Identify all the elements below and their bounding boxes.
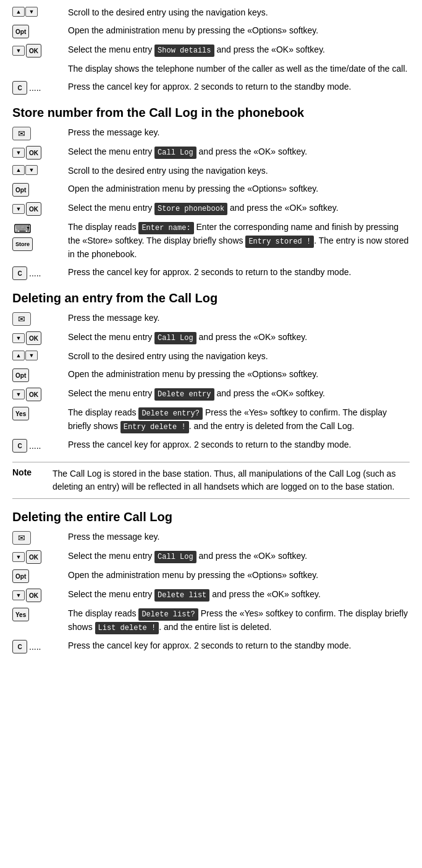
cancel-text: Press the cancel key for approx. 2 secon…	[68, 266, 410, 279]
down-ok-icon: ▼ OK	[12, 202, 41, 216]
down-arrow-icon: ▼	[12, 552, 25, 562]
ok-button-icon: OK	[26, 44, 41, 57]
down-ok-icon: ▼ OK	[12, 146, 41, 160]
message-key-icon: ✉	[12, 531, 31, 545]
scroll-text: Scroll to the desired entry using the na…	[68, 350, 410, 363]
delete-list-q-kbd: Delete list?	[138, 608, 198, 621]
ok-button-icon: OK	[26, 202, 41, 216]
opt-text: Open the administration menu by pressing…	[68, 182, 410, 195]
dots-icon: .....	[29, 642, 41, 652]
up-arrow-icon: ▲	[12, 165, 25, 175]
icon-col: ▲ ▼	[12, 350, 68, 360]
opt-text: Open the administration menu by pressing…	[68, 24, 410, 37]
call-log-text: Select the menu entry Call Log and press…	[68, 331, 410, 344]
opt-button-icon: Opt	[12, 368, 29, 382]
icon-col	[12, 62, 68, 63]
store-phonebook-text: Select the menu entry Store phonebook an…	[68, 202, 410, 215]
icon-col: Yes	[12, 607, 68, 621]
row-delete-confirm: Yes The display reads Delete entry? Pres…	[12, 406, 410, 433]
row-delete-entry: ▼ OK Select the menu entry Delete entry …	[12, 387, 410, 401]
row-enter-name: ⌨ Store The display reads Enter name: En…	[12, 221, 410, 261]
cancel-button-icon: C	[12, 81, 27, 95]
icon-col: ▼ OK	[12, 387, 68, 401]
row-opt-2: Opt Open the administration menu by pres…	[12, 182, 410, 197]
row-cancel-4: C ..... Press the cancel key for approx.…	[12, 639, 410, 653]
down-arrow-icon: ▼	[25, 7, 38, 17]
up-down-arrows-icon: ▲ ▼	[12, 351, 38, 360]
row-call-log-2: ▼ OK Select the menu entry Call Log and …	[12, 331, 410, 345]
row-opt-3: Opt Open the administration menu by pres…	[12, 368, 410, 382]
down-arrow-icon: ▼	[12, 590, 25, 600]
call-log-kbd: Call Log	[154, 147, 196, 159]
icon-col: ▼ OK	[12, 588, 68, 602]
icon-col: ▼ OK	[12, 43, 68, 57]
icon-col: C .....	[12, 639, 68, 653]
icon-col: C .....	[12, 438, 68, 453]
icon-col: ✉	[12, 126, 68, 140]
cancel-dots-icon: C .....	[12, 266, 41, 280]
call-log-text: Select the menu entry Call Log and press…	[68, 145, 410, 159]
note-label: Note	[12, 467, 43, 493]
down-arrow-icon: ▼	[12, 204, 25, 214]
note-box: Note The Call Log is stored in the base …	[12, 462, 410, 499]
row-opt-4: Opt Open the administration menu by pres…	[12, 569, 410, 583]
delete-entry-section: Deleting an entry from the Call Log ✉ Pr…	[12, 291, 410, 453]
dots-icon: .....	[29, 268, 41, 278]
row-msg-1: ✉ Press the message key.	[12, 126, 410, 140]
yes-button-icon: Yes	[12, 608, 29, 621]
msg-text: Press the message key.	[68, 530, 410, 543]
icon-col: C .....	[12, 80, 68, 95]
down-arrow-icon: ▼	[12, 333, 25, 343]
down-arrow-icon: ▼	[12, 46, 25, 56]
icon-col: ▼ OK	[12, 331, 68, 345]
icon-col: Opt	[12, 368, 68, 382]
row-msg-2: ✉ Press the message key.	[12, 312, 410, 326]
call-log-kbd: Call Log	[154, 551, 196, 563]
show-details-kbd: Show details	[154, 45, 214, 57]
icon-col: Yes	[12, 406, 68, 420]
msg-text: Press the message key.	[68, 312, 410, 325]
delete-list-kbd: Delete list	[154, 589, 209, 602]
delete-entry-kbd: Delete entry	[154, 388, 214, 401]
row-scroll-1: ▲ ▼ Scroll to the desired entry using th…	[12, 6, 410, 19]
store-button-icon: Store	[12, 237, 33, 251]
row-store-phonebook: ▼ OK Select the menu entry Store phonebo…	[12, 202, 410, 216]
msg-text: Press the message key.	[68, 126, 410, 139]
row-msg-3: ✉ Press the message key.	[12, 530, 410, 545]
icon-col: Opt	[12, 24, 68, 38]
opt-button-icon: Opt	[12, 25, 29, 38]
cancel-dots-icon: C .....	[12, 640, 41, 653]
row-scroll-2: ▲ ▼ Scroll to the desired entry using th…	[12, 164, 410, 177]
row-call-log-1: ▼ OK Select the menu entry Call Log and …	[12, 145, 410, 160]
dots-icon: .....	[29, 83, 41, 93]
cancel-dots-icon: C .....	[12, 81, 41, 95]
icon-col: Opt	[12, 182, 68, 197]
enter-name-kbd: Enter name:	[138, 222, 193, 234]
icon-col: ✉	[12, 312, 68, 326]
cancel-dots-icon: C .....	[12, 439, 41, 453]
cancel-text: Press the cancel key for approx. 2 secon…	[68, 639, 410, 652]
row-call-log-3: ▼ OK Select the menu entry Call Log and …	[12, 550, 410, 564]
down-arrow-icon: ▼	[12, 389, 25, 399]
down-ok-icon: ▼ OK	[12, 44, 41, 57]
down-ok-icon: ▼ OK	[12, 388, 41, 401]
row-delete-list: ▼ OK Select the menu entry Delete list a…	[12, 588, 410, 602]
cancel-text: Press the cancel key for approx. 2 secon…	[68, 438, 410, 451]
icon-col: Opt	[12, 569, 68, 583]
opt-text: Open the administration menu by pressing…	[68, 569, 410, 582]
ok-button-icon: OK	[26, 388, 41, 401]
top-section: ▲ ▼ Scroll to the desired entry using th…	[12, 6, 410, 95]
icon-col: ⌨ Store	[12, 221, 68, 251]
scroll-text: Scroll to the desired entry using the na…	[68, 164, 410, 177]
store-phonebook-kbd: Store phonebook	[154, 203, 227, 215]
delete-list-title: Deleting the entire Call Log	[12, 510, 410, 524]
keypad-icon: ⌨	[14, 221, 32, 236]
message-key-icon: ✉	[12, 312, 31, 326]
delete-entry-text: Select the menu entry Delete entry and p…	[68, 387, 410, 401]
delete-list-section: Deleting the entire Call Log ✉ Press the…	[12, 510, 410, 653]
cancel-button-icon: C	[12, 640, 27, 653]
down-arrow-icon: ▼	[25, 165, 38, 175]
delete-entry-title: Deleting an entry from the Call Log	[12, 291, 410, 305]
down-ok-icon: ▼ OK	[12, 589, 41, 602]
icon-col: ▼ OK	[12, 550, 68, 564]
